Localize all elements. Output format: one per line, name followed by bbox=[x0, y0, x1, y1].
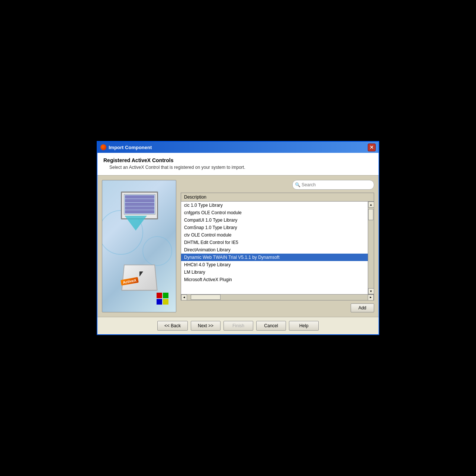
add-button[interactable]: Add bbox=[351, 303, 374, 312]
help-label: Help bbox=[299, 323, 309, 328]
help-button[interactable]: Help bbox=[289, 321, 319, 331]
list-item[interactable]: DirectAnimation Library bbox=[181, 246, 368, 254]
list-item[interactable]: CompatUI 1.0 Type Library bbox=[181, 216, 368, 224]
list-item[interactable]: ctv OLE Control module bbox=[181, 231, 368, 239]
header-title: Registered ActiveX Controls bbox=[103, 157, 373, 163]
search-bar: 🔍 bbox=[181, 180, 374, 190]
list-column-description: Description bbox=[184, 194, 206, 200]
cancel-label: Cancel bbox=[264, 323, 278, 328]
titlebar: Import Component ✕ bbox=[97, 142, 379, 153]
scrollbar-h-track[interactable] bbox=[187, 295, 368, 300]
next-label: Next >> bbox=[198, 323, 213, 328]
back-label: << Back bbox=[164, 323, 181, 328]
list-header: Description bbox=[181, 193, 374, 202]
decorative-circle-2 bbox=[142, 236, 172, 266]
header-section: Registered ActiveX Controls Select an Ac… bbox=[97, 153, 379, 176]
next-button[interactable]: Next >> bbox=[191, 321, 221, 331]
import-component-dialog: Import Component ✕ Registered ActiveX Co… bbox=[97, 141, 379, 335]
monitor-graphic bbox=[121, 192, 158, 219]
color-square-red bbox=[157, 293, 162, 298]
footer-section: << Back Next >> Finish Cancel Help bbox=[97, 317, 379, 334]
scrollbar-up-button[interactable]: ▲ bbox=[368, 202, 374, 208]
arrow-graphic bbox=[125, 216, 147, 231]
list-items-area: cic 1.0 Type Library cnfgprts OLE Contro… bbox=[181, 202, 368, 294]
monitor-line bbox=[125, 210, 154, 213]
search-icon: 🔍 bbox=[295, 182, 300, 187]
dialog-title: Import Component bbox=[109, 145, 366, 150]
scrollbar-thumb[interactable] bbox=[368, 209, 373, 220]
color-squares bbox=[157, 293, 168, 305]
list-item[interactable]: LM Library bbox=[181, 268, 368, 276]
list-item[interactable]: cic 1.0 Type Library bbox=[181, 202, 368, 209]
add-button-row: Add bbox=[181, 303, 374, 312]
monitor-line bbox=[125, 199, 154, 202]
scrollbar-down-button[interactable]: ▼ bbox=[368, 288, 374, 294]
search-input[interactable] bbox=[292, 180, 374, 190]
monitor-line bbox=[125, 206, 154, 210]
list-item[interactable]: cnfgprts OLE Control module bbox=[181, 209, 368, 216]
color-square-blue bbox=[157, 299, 162, 305]
color-square-yellow bbox=[163, 299, 168, 305]
list-item[interactable]: HHCtrl 4.0 Type Library bbox=[181, 261, 368, 268]
list-item[interactable]: ComSnap 1.0 Type Library bbox=[181, 224, 368, 231]
box-graphic bbox=[121, 265, 157, 291]
header-subtitle: Select an ActiveX Control that is regist… bbox=[103, 165, 373, 170]
scrollbar-right-button[interactable]: ► bbox=[368, 295, 374, 300]
horizontal-scrollbar[interactable]: ◄ ► bbox=[181, 294, 374, 300]
cursor-graphic bbox=[139, 271, 143, 277]
cancel-button[interactable]: Cancel bbox=[256, 321, 286, 331]
content-section: ActiveX 🔍 D bbox=[97, 176, 379, 317]
monitor-line bbox=[125, 195, 154, 199]
list-item[interactable]: DHTML Edit Control for IE5 bbox=[181, 239, 368, 246]
monitor-line bbox=[125, 203, 154, 206]
scrollbar-h-thumb[interactable] bbox=[191, 295, 221, 300]
titlebar-icon bbox=[100, 144, 106, 150]
monitor-screen bbox=[124, 194, 155, 215]
finish-button[interactable]: Finish bbox=[223, 321, 253, 331]
left-panel-art: ActiveX bbox=[102, 180, 176, 312]
scrollbar-left-button[interactable]: ◄ bbox=[181, 295, 187, 300]
finish-label: Finish bbox=[232, 323, 244, 328]
scrollbar-track[interactable] bbox=[368, 208, 374, 288]
list-item[interactable]: Microsoft ActiveX Plugin bbox=[181, 276, 368, 283]
vertical-scrollbar[interactable]: ▲ ▼ bbox=[368, 202, 374, 294]
color-square-green bbox=[163, 293, 168, 298]
right-panel: 🔍 Description cic 1.0 Type Library cnfgp… bbox=[181, 180, 374, 312]
search-input-wrapper: 🔍 bbox=[292, 180, 374, 190]
back-button[interactable]: << Back bbox=[157, 321, 188, 331]
close-button[interactable]: ✕ bbox=[368, 144, 376, 151]
list-item-selected[interactable]: Dynamic Web TWAIN Trial V5.1.1 by Dynams… bbox=[181, 254, 368, 261]
activex-list-container: Description cic 1.0 Type Library cnfgprt… bbox=[181, 193, 374, 300]
